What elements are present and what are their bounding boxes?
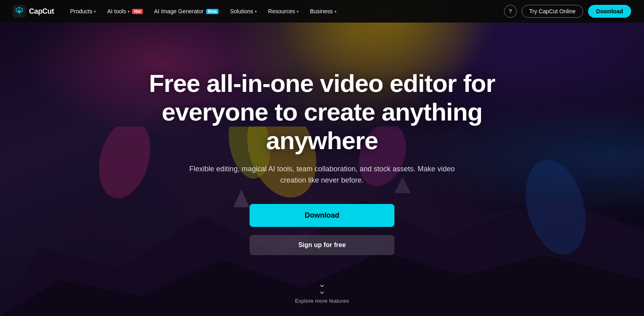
hero-title: Free all-in-one video editor for everyon…: [137, 69, 507, 155]
nav-item-ai-image-generator[interactable]: AI Image Generator Beta: [149, 5, 224, 18]
chevron-down-icon: ▾: [334, 9, 336, 14]
chevron-down-icon: ▾: [255, 9, 257, 14]
chevron-down-icon: ▾: [297, 9, 299, 14]
nav-item-solutions[interactable]: Solutions ▾: [225, 5, 262, 18]
hero-subtitle: Flexible editing, magical AI tools, team…: [177, 163, 467, 187]
nav-download-button[interactable]: Download: [588, 5, 631, 18]
hero-signup-button[interactable]: Sign up for free: [250, 235, 394, 255]
nav-item-resources[interactable]: Resources ▾: [263, 5, 303, 18]
navbar: CapCut Products ▾ AI tools ▾ Hot AI Imag…: [0, 0, 644, 23]
hot-badge: Hot: [132, 9, 143, 14]
nav-item-aitools[interactable]: AI tools ▾ Hot: [102, 5, 147, 18]
explore-label: Explore more features: [295, 298, 349, 304]
chevron-down-icon: ▾: [94, 9, 96, 14]
try-capcut-online-button[interactable]: Try CapCut Online: [522, 5, 583, 18]
logo-text: CapCut: [29, 7, 54, 16]
hero-section: Free all-in-one video editor for everyon…: [0, 0, 644, 316]
nav-right: ? Try CapCut Online Download: [504, 5, 631, 18]
hero-content: Free all-in-one video editor for everyon…: [121, 69, 523, 255]
beta-badge: Beta: [206, 9, 219, 14]
help-button[interactable]: ?: [504, 5, 517, 18]
nav-item-business[interactable]: Business ▾: [305, 5, 341, 18]
hero-download-button[interactable]: Download: [250, 204, 394, 227]
nav-item-products[interactable]: Products ▾: [65, 5, 101, 18]
chevron-down-icon: ▾: [128, 9, 130, 14]
scroll-down-icon: ⌄ ⌄: [318, 281, 326, 295]
logo[interactable]: CapCut: [13, 5, 54, 18]
hero-explore-more[interactable]: ⌄ ⌄ Explore more features: [295, 281, 349, 304]
capcut-logo-icon: [13, 5, 26, 18]
nav-items: Products ▾ AI tools ▾ Hot AI Image Gener…: [65, 5, 500, 18]
